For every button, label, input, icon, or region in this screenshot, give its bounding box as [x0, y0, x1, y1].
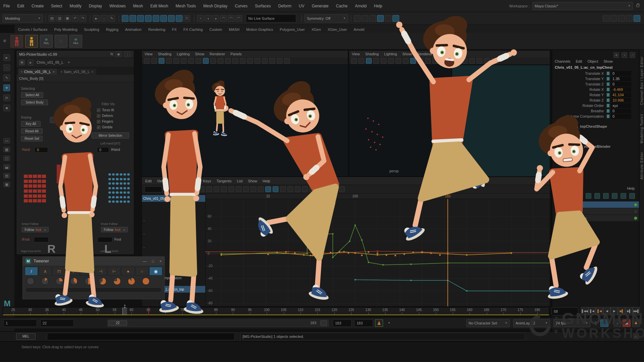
picker-select-button[interactable]	[38, 189, 42, 193]
shelf-tab[interactable]: Rendering	[145, 26, 169, 33]
tween-spline-icon[interactable]: ∿	[66, 267, 79, 276]
ge-unify-tangent-icon[interactable]	[317, 186, 323, 192]
curve-smoothness-3-icon[interactable]: ◠	[235, 15, 242, 22]
ge-step-tangent-icon[interactable]	[280, 186, 286, 192]
viewport-toolbar-icon[interactable]	[425, 58, 431, 64]
go-to-start-button[interactable]: ▌◀◀	[581, 307, 588, 315]
character-set-icon[interactable]: ♟	[375, 319, 383, 327]
picker-select-button[interactable]	[108, 178, 111, 180]
picker-select-button[interactable]	[123, 191, 126, 194]
lasso-tool-icon[interactable]: ◌	[101, 15, 107, 22]
picker-select-button[interactable]	[38, 194, 42, 198]
picker-select-button[interactable]	[112, 187, 115, 189]
layer-lock-icon[interactable]	[557, 203, 560, 206]
undo-icon[interactable]: ↶	[72, 15, 78, 22]
channel-box-node-name[interactable]: Chris_v01_05_L:ac_cn_topChest	[552, 65, 639, 71]
picker-select-button[interactable]	[38, 199, 42, 202]
viewport-toolbar-icon[interactable]	[491, 58, 497, 64]
menu-item[interactable]: Arnold	[355, 4, 367, 8]
tab-close-icon[interactable]: ×	[53, 70, 55, 74]
picker-select-button[interactable]	[127, 196, 130, 198]
tweener-titlebar[interactable]: M Tweener — □ ×	[23, 257, 164, 265]
pick-hand-tool-icon[interactable]: ✥	[19, 60, 25, 65]
picker-select-button[interactable]	[123, 182, 126, 185]
tween-linear-icon[interactable]: /	[25, 267, 38, 276]
shelf-tab[interactable]: XGen_User	[324, 26, 350, 33]
channel-box-menu-item[interactable]: Object	[587, 59, 598, 63]
layer-editor-help-menu[interactable]: Help	[627, 186, 635, 190]
reset-sel-button[interactable]: Reset Sel	[21, 136, 43, 141]
picker-select-button[interactable]	[42, 199, 46, 202]
picker-select-button[interactable]	[116, 196, 118, 198]
tool-settings-toggle-icon[interactable]	[626, 15, 633, 22]
viewport-toolbar-icon[interactable]	[255, 58, 260, 64]
isolate-icon[interactable]: ◕	[212, 15, 219, 22]
stats-value-field[interactable]	[145, 186, 162, 192]
lock-selection-icon[interactable]: ⚿	[183, 15, 190, 22]
command-language-button[interactable]: MEL	[16, 333, 36, 340]
picker-select-button[interactable]	[108, 173, 111, 176]
tweener-slider[interactable]	[26, 288, 161, 292]
reset-all-button[interactable]: Reset All	[21, 128, 43, 134]
light-editor-icon[interactable]	[385, 15, 391, 22]
shelf-tab[interactable]: Arnold	[350, 26, 368, 33]
ge-frame-all-icon[interactable]	[221, 186, 227, 192]
picker-red-grid[interactable]	[24, 175, 46, 203]
picker-select-button[interactable]	[112, 182, 115, 185]
foot-field[interactable]	[98, 237, 112, 242]
facial-button[interactable]: Facial▶	[50, 117, 71, 123]
symmetry-selector[interactable]: Symmetry: Off▼	[305, 14, 348, 22]
tween-pie-button[interactable]	[27, 278, 34, 285]
picker-select-button[interactable]	[120, 178, 122, 180]
picker-select-button[interactable]	[33, 189, 37, 193]
channel-box-menu-item[interactable]: Channels	[555, 59, 570, 63]
picker-select-button[interactable]	[123, 200, 126, 203]
go-to-end-button[interactable]: ▶▶▌	[633, 307, 640, 315]
filter-checkbox[interactable]: ✓Fingers	[97, 119, 114, 124]
viewport-toolbar-icon[interactable]	[462, 58, 468, 64]
picker-select-button[interactable]	[116, 200, 118, 203]
viewport-menu-item[interactable]: Show	[195, 52, 205, 56]
viewport-toolbar-icon[interactable]	[203, 58, 209, 64]
picker-canvas[interactable]: Selecting Select All Select Body Keying …	[16, 82, 134, 254]
viewport-toolbar-icon[interactable]	[403, 58, 409, 64]
ge-auto-tangent-icon[interactable]	[243, 186, 249, 192]
layout-persp-outliner-icon[interactable]: ◫	[3, 156, 10, 161]
picker-select-button[interactable]	[29, 194, 33, 198]
select-tool-icon[interactable]: ►	[93, 15, 100, 22]
picker-select-button[interactable]	[112, 196, 115, 198]
layer-ghost-icon[interactable]	[603, 193, 609, 199]
menu-item[interactable]: Create	[32, 4, 44, 8]
anim-start-field[interactable]: 1	[3, 319, 37, 327]
picker-select-button[interactable]	[116, 191, 118, 194]
tween-pie-button[interactable]	[113, 278, 121, 285]
range-slider-handle[interactable]: 22	[108, 320, 127, 326]
snap-together-icon[interactable]	[168, 15, 175, 22]
mirror-selection-button[interactable]: Mirror Selection	[92, 132, 129, 138]
snap-view-plane-icon[interactable]	[153, 15, 159, 22]
fps-selector[interactable]: 24 fps▼	[553, 319, 590, 327]
tab-channel-box-layer-editor[interactable]: Channel Box / Layer Editor	[640, 56, 644, 105]
viewport-toolbar-icon[interactable]	[166, 58, 172, 64]
viewport-toolbar-icon[interactable]	[225, 58, 231, 64]
viewport-menu-item[interactable]: Renderer	[210, 52, 225, 56]
anchor-right-icon[interactable]: ⊢	[108, 267, 121, 276]
picker-select-button[interactable]	[29, 184, 33, 188]
scale-tool-icon[interactable]: ■	[3, 105, 10, 111]
picker-tab-sam[interactable]: •Sam_v01_06_L ×	[58, 69, 96, 75]
shelf-tab[interactable]: Poly Modeling	[51, 26, 80, 33]
ge-move-key-icon[interactable]	[184, 186, 190, 192]
attribute-editor-toggle-icon[interactable]	[634, 15, 640, 22]
left-foot-letter[interactable]: L	[104, 242, 111, 255]
shelf-tab[interactable]: Animation	[122, 26, 145, 33]
open-scene-icon[interactable]: ▥	[56, 15, 63, 22]
new-scene-icon[interactable]: ▤	[49, 15, 55, 22]
tab-attribute-editor[interactable]: Attribute Editor	[640, 152, 644, 179]
picker-select-button[interactable]	[33, 175, 37, 178]
channel-value-field[interactable]: 0	[611, 109, 631, 113]
filter-checkbox[interactable]: ✓Deform	[97, 113, 114, 118]
menu-item[interactable]: Edit	[17, 4, 24, 8]
picker-select-button[interactable]	[24, 189, 28, 193]
picker-select-button[interactable]	[123, 196, 126, 198]
picker-select-button[interactable]	[112, 173, 115, 176]
